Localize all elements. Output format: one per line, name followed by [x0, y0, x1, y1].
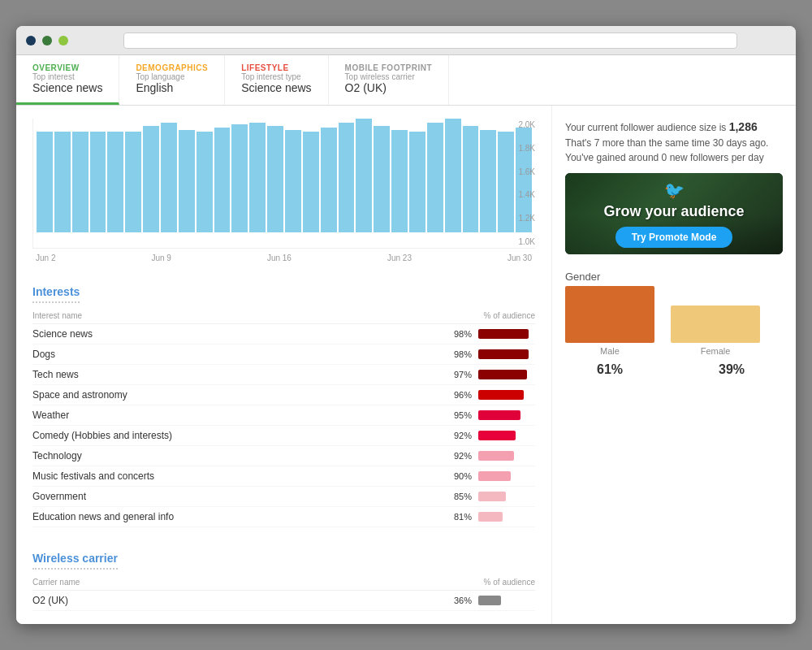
chart-bar: [463, 126, 479, 232]
page-content: OVERVIEW Top interest Science news DEMOG…: [16, 55, 796, 624]
interest-bar: [478, 349, 529, 359]
tab-mobile[interactable]: MOBILE FOOTPRINT Top wireless carrier O2…: [329, 55, 449, 105]
interest-bar: [478, 370, 527, 379]
left-panel: 2.0K 1.8K 1.6K 1.4K 1.2K 1.0K Jun 2 Jun …: [16, 106, 552, 624]
x-label-1: Jun 2: [36, 254, 55, 262]
interest-pct: 92%: [439, 451, 472, 461]
x-label-5: Jun 30: [508, 254, 532, 262]
wireless-table-header: Carrier name % of audience: [32, 574, 535, 591]
tab-demographics-value: English: [136, 81, 208, 94]
chart-bar: [427, 123, 443, 232]
chart-bar: [214, 128, 231, 232]
chart-y-labels: 2.0K 1.8K 1.6K 1.4K 1.2K 1.0K: [506, 119, 535, 248]
twitter-icon: 🐦: [664, 180, 685, 200]
table-row: Space and astronomy 96%: [32, 385, 535, 405]
wireless-col2: % of audience: [484, 578, 535, 587]
gender-bars: Male Female: [565, 291, 783, 356]
chart-area: 2.0K 1.8K 1.6K 1.4K 1.2K 1.0K: [32, 119, 535, 249]
x-label-4: Jun 23: [387, 254, 412, 262]
interests-rows: Science news 98% Dogs 98% Tech news 97% …: [32, 324, 535, 527]
interest-pct: 97%: [439, 370, 472, 379]
interest-bar-container: [478, 471, 535, 481]
interest-bar-container: [478, 329, 535, 339]
interest-bar-container: [478, 349, 535, 359]
titlebar: [16, 26, 796, 55]
tab-demographics-label: DEMOGRAPHICS: [136, 63, 208, 72]
interests-title: Interests: [32, 285, 80, 303]
tab-lifestyle[interactable]: LIFESTYLE Top interest type Science news: [225, 55, 328, 105]
chart-section: 2.0K 1.8K 1.6K 1.4K 1.2K 1.0K Jun 2 Jun …: [32, 119, 535, 264]
carrier-bar-container: [478, 596, 535, 605]
interest-pct: 96%: [439, 390, 472, 400]
chart-bar: [37, 132, 53, 232]
y-label-5: 1.2K: [506, 214, 535, 223]
maximize-dot[interactable]: [58, 36, 68, 46]
follower-info: Your current follower audience size is 1…: [565, 119, 783, 165]
follower-detail: That's 7 more than the same time 30 days…: [565, 137, 768, 163]
x-label-2: Jun 9: [151, 254, 171, 262]
main-area: 2.0K 1.8K 1.6K 1.4K 1.2K 1.0K Jun 2 Jun …: [16, 106, 796, 624]
interest-bar-container: [478, 410, 535, 420]
gender-male-pct: 61%: [565, 362, 654, 377]
chart-bars: [33, 119, 535, 232]
y-label-4: 1.4K: [506, 190, 535, 199]
interest-bar: [478, 451, 514, 461]
tab-mobile-value: O2 (UK): [345, 81, 432, 94]
chart-bar: [125, 132, 141, 232]
chart-bar: [339, 123, 355, 232]
gender-female-wrap: Female: [671, 306, 760, 356]
table-row: Technology 92%: [32, 446, 535, 466]
close-dot[interactable]: [26, 36, 36, 46]
chart-bar: [231, 124, 248, 232]
interest-bar: [478, 431, 516, 440]
gender-male-bar: [565, 286, 654, 343]
interest-pct: 85%: [439, 492, 472, 501]
chart-bar: [143, 126, 159, 232]
interest-name: Weather: [32, 410, 439, 421]
chart-bar: [409, 132, 425, 232]
gender-pct-row: 61% 39%: [565, 362, 783, 377]
interest-pct: 81%: [439, 512, 472, 522]
chart-bar: [445, 119, 461, 232]
interests-col2: % of audience: [484, 311, 535, 320]
interest-name: Tech news: [32, 369, 439, 380]
chart-x-labels: Jun 2 Jun 9 Jun 16 Jun 23 Jun 30: [32, 252, 535, 264]
wireless-rows: O2 (UK) 36%: [32, 591, 535, 611]
tab-mobile-sub: Top wireless carrier: [345, 72, 432, 81]
interest-name: Comedy (Hobbies and interests): [32, 430, 439, 441]
interest-bar-container: [478, 370, 535, 379]
tab-demographics-sub: Top language: [136, 72, 208, 81]
minimize-dot[interactable]: [42, 36, 52, 46]
interest-pct: 90%: [439, 471, 472, 481]
interest-name: Music festivals and concerts: [32, 470, 439, 482]
gender-female-bar: [671, 306, 760, 343]
url-bar[interactable]: [123, 32, 737, 49]
chart-bar: [197, 132, 213, 232]
tab-overview[interactable]: OVERVIEW Top interest Science news: [16, 55, 119, 105]
tab-demographics[interactable]: DEMOGRAPHICS Top language English: [119, 55, 225, 105]
y-label-1: 2.0K: [506, 120, 535, 129]
chart-bar: [249, 123, 266, 232]
chart-bar: [374, 126, 390, 232]
promo-button[interactable]: Try Promote Mode: [615, 227, 733, 248]
chart-bar: [161, 123, 177, 232]
tab-overview-value: Science news: [32, 81, 102, 94]
chart-bar: [321, 128, 337, 232]
y-label-2: 1.8K: [506, 144, 535, 153]
follower-intro: Your current follower audience size is: [565, 122, 729, 133]
table-row: Education news and general info 81%: [32, 507, 535, 527]
app-window: OVERVIEW Top interest Science news DEMOG…: [16, 26, 796, 624]
chart-bar: [107, 132, 123, 232]
tab-overview-sub: Top interest: [32, 72, 102, 81]
wireless-title: Wireless carrier: [32, 552, 118, 570]
table-row: Government 85%: [32, 487, 535, 507]
tab-mobile-label: MOBILE FOOTPRINT: [345, 63, 432, 72]
chart-bar: [480, 130, 496, 232]
interest-bar-container: [478, 512, 535, 522]
interest-pct: 95%: [439, 410, 472, 420]
gender-title: Gender: [565, 271, 783, 283]
interest-bar: [478, 471, 511, 481]
interest-pct: 92%: [439, 431, 472, 440]
interest-name: Dogs: [32, 349, 439, 360]
chart-bar: [285, 130, 301, 232]
